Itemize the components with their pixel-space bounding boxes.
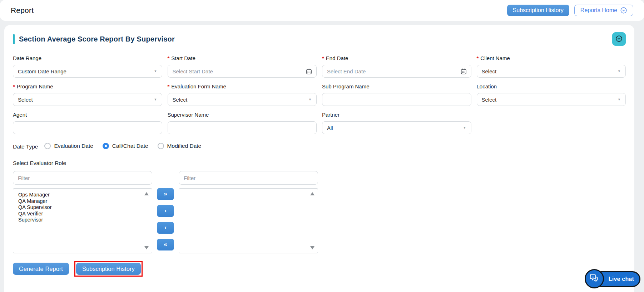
location-select[interactable]: Select ▼ [477,93,626,106]
collapse-panel-button[interactable] [612,32,626,46]
evaluation-form-name-select[interactable]: Select ▼ [168,93,317,106]
move-all-right-button[interactable]: » [157,188,174,200]
field-sub-program-name: Sub Program Name [322,83,471,106]
move-left-button[interactable]: ‹ [157,222,174,234]
available-roles-listbox[interactable]: Ops ManagerQA ManagerQA SupervisorQA Ver… [13,188,152,253]
subscription-history-button-bottom[interactable]: Subscription History [76,263,141,275]
evaluator-role-label: Select Evaluator Role [13,160,626,166]
end-date-input[interactable] [322,65,471,78]
scroll-up-arrow[interactable] [310,192,314,195]
list-item[interactable]: QA Manager [18,198,141,205]
live-chat-widget[interactable]: Live chat [585,269,640,289]
client-name-select[interactable]: Select ▼ [477,65,626,78]
date-type-radio[interactable]: Modified Date [158,143,202,149]
available-roles-filter-input[interactable] [13,171,152,185]
field-label: Start Date [171,55,195,61]
field-label: Location [477,83,497,89]
partner-select[interactable]: All ▼ [322,121,471,134]
date-type-radio[interactable]: Call/Chat Date [103,143,148,149]
caret-down-icon: ▼ [618,69,621,73]
start-date-input[interactable] [168,65,317,78]
end-date-text[interactable] [327,68,466,74]
caret-down-icon: ▼ [154,69,157,73]
page-title: Report [11,6,34,15]
field-label: Client Name [480,55,510,61]
available-roles-items: Ops ManagerQA ManagerQA SupervisorQA Ver… [18,192,141,223]
start-date-text[interactable] [173,68,312,74]
list-item[interactable]: Supervisor [18,217,141,223]
reports-home-button[interactable]: Reports Home [574,5,633,16]
required-asterisk: * [322,55,324,61]
live-chat-label: Live chat [609,276,634,282]
date-type-radio[interactable]: Evaluation Date [44,143,93,149]
required-asterisk: * [477,55,479,61]
agent-text[interactable] [18,125,157,131]
scroll-down-arrow[interactable] [310,246,314,249]
date-type-radio-label: Modified Date [167,143,202,149]
subscription-history-button-top[interactable]: Subscription History [507,5,569,16]
caret-down-icon: ▼ [154,98,157,101]
calendar-icon[interactable] [460,68,467,75]
transfer-buttons: » › ‹ « [152,171,179,253]
generate-report-button[interactable]: Generate Report [13,263,69,275]
radio-icon [44,143,51,149]
highlight-red-outline: Subscription History [74,261,143,277]
required-asterisk: * [168,55,170,61]
field-label: Evaluation Form Name [171,83,226,89]
radio-icon [158,143,164,149]
chevron-down-circle-icon [620,7,627,14]
selected-roles-listbox[interactable] [179,188,318,253]
list-item[interactable]: Ops Manager [18,192,141,198]
field-start-date: * Start Date [168,54,317,78]
field-label: Program Name [17,83,53,89]
selected-roles-column [179,171,318,253]
program-name-select[interactable]: Select ▼ [13,93,162,106]
available-roles-column: Ops ManagerQA ManagerQA SupervisorQA Ver… [13,171,152,253]
supervisor-name-text[interactable] [173,125,312,131]
chat-bubbles-icon [589,273,600,285]
scroll-down-arrow[interactable] [144,246,149,249]
select-value: Select [18,97,33,103]
form-row-1: Date Range Custom Date Range ▼ * Start D… [13,54,626,78]
supervisor-name-input[interactable] [168,121,317,134]
required-asterisk: * [168,83,170,89]
form-row-3: Agent Supervisor Name Partner All ▼ [13,111,626,134]
date-type-label: Date Type [13,143,38,150]
panel-header: Section Average Score Report By Supervis… [13,32,626,46]
select-value: Select [482,97,497,103]
scroll-up-arrow[interactable] [144,192,149,195]
field-label: Date Range [13,55,41,61]
top-bar: Report Subscription History Reports Home [0,0,644,21]
agent-input[interactable] [13,121,162,134]
select-value: Select [482,68,497,74]
field-location: Location Select ▼ [477,83,626,106]
panel-title: Section Average Score Report By Supervis… [19,35,175,43]
chevron-down-circle-icon [615,35,623,44]
date-type-radio-label: Call/Chat Date [112,143,148,149]
field-partner: Partner All ▼ [322,111,471,134]
sub-program-name-text[interactable] [327,97,466,103]
calendar-icon[interactable] [306,68,312,75]
caret-down-icon: ▼ [308,98,312,101]
live-chat-bubble-button[interactable] [585,269,604,288]
select-value: Select [173,97,188,103]
field-label: Sub Program Name [322,83,370,89]
move-right-button[interactable]: › [157,205,174,217]
field-label: Agent [13,112,27,118]
move-all-left-button[interactable]: « [157,239,174,250]
reports-home-label: Reports Home [580,7,617,14]
sub-program-name-input[interactable] [322,93,471,106]
list-item[interactable]: QA Supervisor [18,204,141,211]
field-program-name: * Program Name Select ▼ [13,83,162,106]
field-evaluation-form-name: * Evaluation Form Name Select ▼ [168,83,317,106]
radio-icon [103,143,109,149]
list-item[interactable]: QA Verifier [18,211,141,217]
caret-down-icon: ▼ [618,98,621,101]
selected-roles-filter-input[interactable] [179,171,318,185]
field-agent: Agent [13,111,162,134]
report-panel: Section Average Score Report By Supervis… [4,25,634,292]
date-range-select[interactable]: Custom Date Range ▼ [13,65,162,78]
form-row-2: * Program Name Select ▼ * Evaluation For… [13,83,626,106]
field-supervisor-name: Supervisor Name [168,111,317,134]
field-label: End Date [326,55,348,61]
